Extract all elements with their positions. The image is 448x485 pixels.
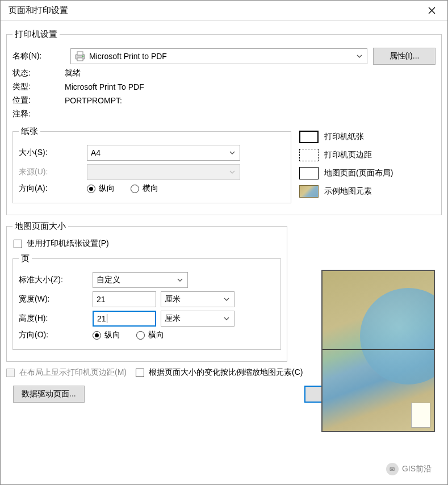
printer-type-label: 类型: bbox=[12, 82, 65, 92]
page-orient-portrait-radio[interactable]: 纵向 bbox=[93, 330, 120, 340]
legend-printer-paper: 打印机纸张 bbox=[299, 131, 436, 143]
chevron-down-icon bbox=[221, 313, 232, 324]
chevron-down-icon bbox=[227, 148, 237, 158]
preview-sea bbox=[360, 288, 435, 384]
legend-box: 打印机纸张 打印机页边距 地图页面(页面布局) 示例地图元素 bbox=[299, 125, 436, 203]
width-label: 宽度(W): bbox=[19, 294, 93, 304]
printer-status-label: 状态: bbox=[12, 68, 65, 78]
legend-map-page: 地图页面(页面布局) bbox=[299, 167, 436, 179]
titlebar: 页面和打印设置 bbox=[1, 1, 447, 21]
width-unit-value: 厘米 bbox=[165, 294, 181, 304]
paper-size-label: 大小(S): bbox=[19, 148, 87, 158]
svg-rect-4 bbox=[77, 58, 83, 61]
height-unit-value: 厘米 bbox=[165, 313, 181, 324]
printer-type-value: Microsoft Print To PDF bbox=[65, 82, 144, 91]
legend-sample-map: 示例地图元素 bbox=[299, 185, 436, 198]
printer-name-label: 名称(N): bbox=[12, 51, 65, 61]
dialog-content: 打印机设置 名称(N): Microsoft Print to PDF 属性(I… bbox=[1, 21, 447, 484]
chevron-down-icon bbox=[221, 294, 232, 304]
text-caret bbox=[107, 314, 107, 323]
printer-settings-legend: 打印机设置 bbox=[12, 29, 60, 40]
printer-comment-label: 注释: bbox=[12, 109, 65, 119]
paper-legend: 纸张 bbox=[19, 126, 40, 137]
standard-size-select[interactable]: 自定义 bbox=[93, 272, 188, 288]
chevron-down-icon bbox=[227, 167, 237, 177]
properties-button[interactable]: 属性(I)... bbox=[373, 48, 436, 65]
map-page-size-legend: 地图页面大小 bbox=[12, 221, 68, 232]
map-page-size-group: 地图页面大小 使用打印机纸张设置(P) 页 标准大小(Z): 自定义 宽度(W)… bbox=[6, 221, 287, 362]
watermark: ✉ GIS前沿 bbox=[386, 463, 432, 475]
swatch-printer-margins bbox=[299, 149, 319, 161]
swatch-printer-paper bbox=[299, 131, 319, 143]
radio-icon bbox=[93, 331, 101, 340]
swatch-map-page bbox=[299, 167, 319, 179]
standard-size-label: 标准大小(Z): bbox=[19, 275, 93, 285]
paper-size-select[interactable]: A4 bbox=[87, 145, 240, 161]
chevron-down-icon bbox=[175, 275, 185, 285]
printer-name-value: Microsoft Print to PDF bbox=[89, 52, 167, 61]
printer-icon bbox=[74, 51, 86, 61]
preview-page-divider bbox=[323, 349, 434, 350]
page-preview bbox=[321, 270, 435, 432]
printer-location-label: 位置: bbox=[12, 95, 65, 106]
height-label: 高度(H): bbox=[19, 313, 93, 324]
svg-rect-3 bbox=[77, 52, 83, 55]
width-input[interactable]: 21 bbox=[93, 291, 156, 307]
printer-name-select[interactable]: Microsoft Print to PDF bbox=[70, 48, 367, 64]
paper-source-label: 来源(U): bbox=[19, 167, 87, 177]
legend-printer-margins: 打印机页边距 bbox=[299, 149, 436, 161]
page-orient-label: 方向(O): bbox=[19, 330, 93, 340]
paper-group: 纸张 大小(S): A4 来源(U): bbox=[12, 126, 291, 203]
height-unit-select[interactable]: 厘米 bbox=[161, 311, 235, 327]
window-title: 页面和打印设置 bbox=[9, 5, 68, 16]
page-group: 页 标准大小(Z): 自定义 宽度(W): 21 厘米 bbox=[12, 253, 281, 350]
swatch-sample-map bbox=[299, 185, 319, 198]
radio-icon bbox=[136, 331, 145, 340]
checkbox-icon bbox=[136, 369, 144, 377]
printer-location-value: PORTPROMPT: bbox=[65, 96, 122, 105]
data-driven-pages-button[interactable]: 数据驱动页面... bbox=[13, 386, 85, 403]
page-legend: 页 bbox=[19, 253, 32, 264]
chevron-down-icon bbox=[354, 51, 365, 61]
width-value: 21 bbox=[97, 295, 106, 304]
standard-size-value: 自定义 bbox=[97, 275, 120, 285]
paper-orient-label: 方向(A): bbox=[19, 183, 87, 194]
printer-status-value: 就绪 bbox=[65, 68, 81, 78]
paper-size-value: A4 bbox=[91, 148, 101, 157]
show-printer-margins-checkbox: 在布局上显示打印机页边距(M) bbox=[6, 367, 127, 378]
checkbox-icon bbox=[14, 240, 22, 248]
close-button[interactable] bbox=[420, 2, 443, 19]
width-unit-select[interactable]: 厘米 bbox=[161, 291, 235, 307]
checkbox-icon bbox=[6, 369, 15, 377]
wechat-icon: ✉ bbox=[386, 463, 399, 475]
dialog-window: 页面和打印设置 打印机设置 名称(N): Microsoft Print to … bbox=[0, 0, 448, 485]
printer-settings-group: 打印机设置 名称(N): Microsoft Print to PDF 属性(I… bbox=[6, 29, 442, 215]
preview-mini-legend bbox=[411, 403, 430, 428]
radio-icon bbox=[87, 185, 95, 193]
paper-orient-portrait-radio[interactable]: 纵向 bbox=[87, 183, 115, 194]
height-value: 21 bbox=[97, 314, 106, 323]
paper-orient-landscape-radio[interactable]: 横向 bbox=[131, 183, 158, 194]
paper-source-select bbox=[87, 164, 240, 180]
scale-map-elements-checkbox[interactable]: 根据页面大小的变化按比例缩放地图元素(C) bbox=[136, 367, 303, 378]
radio-icon bbox=[131, 185, 139, 193]
height-input[interactable]: 21 bbox=[93, 311, 156, 327]
svg-point-5 bbox=[82, 56, 84, 57]
page-orient-landscape-radio[interactable]: 横向 bbox=[136, 330, 164, 340]
use-printer-paper-checkbox[interactable]: 使用打印机纸张设置(P) bbox=[14, 239, 281, 249]
close-icon bbox=[428, 7, 436, 14]
